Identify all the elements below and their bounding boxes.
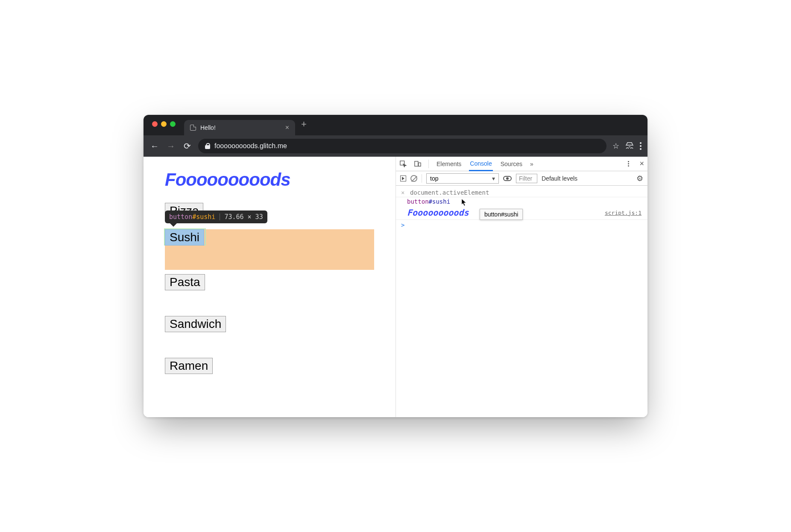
food-button-sandwich[interactable]: Sandwich: [165, 316, 226, 332]
log-levels[interactable]: Default levels: [542, 175, 577, 182]
separator: [422, 174, 422, 183]
page-icon: [190, 125, 196, 131]
browser-window: Hello! × + ← → ⟳ fooooooooods.glitch.me …: [144, 115, 647, 417]
svg-rect-1: [415, 161, 418, 166]
devtools-close-icon[interactable]: ×: [639, 159, 644, 168]
tab-elements[interactable]: Elements: [436, 158, 462, 170]
content-area: Fooooooooods Pizza button#sushi 73.66 × …: [144, 157, 647, 417]
window-controls: [152, 121, 176, 127]
reload-button[interactable]: ⟳: [182, 141, 192, 151]
console-log: × document.activeElement button#sushi bu…: [396, 186, 647, 417]
devtools-tabs: Elements Console Sources » ×: [396, 157, 647, 171]
bookmark-icon[interactable]: ☆: [612, 141, 619, 151]
result-tag: button: [407, 198, 429, 205]
lock-icon: [205, 143, 210, 149]
inspect-element-icon[interactable]: [399, 160, 407, 168]
devtools-menu-icon[interactable]: [628, 161, 629, 167]
separator: [428, 160, 429, 168]
mouse-cursor-icon: [461, 199, 467, 206]
tab-strip: Hello! × +: [144, 115, 647, 135]
webpage: Fooooooooods Pizza button#sushi 73.66 × …: [144, 157, 396, 417]
clear-console-icon[interactable]: [410, 175, 417, 182]
page-heading: Fooooooooods: [165, 170, 374, 190]
highlighted-element-wrap: button#sushi 73.66 × 33 Sushi: [165, 229, 374, 270]
svg-rect-2: [419, 163, 421, 166]
device-toggle-icon[interactable]: [414, 160, 422, 168]
margin-highlight: Sushi: [165, 229, 374, 270]
console-prompt[interactable]: >: [396, 220, 647, 230]
new-tab-button[interactable]: +: [295, 119, 313, 130]
source-link[interactable]: script.js:1: [605, 210, 642, 216]
info-text: Fooooooooods: [407, 208, 469, 218]
minimize-window-button[interactable]: [161, 121, 167, 127]
more-tabs-icon[interactable]: »: [530, 161, 533, 167]
incognito-icon[interactable]: [625, 142, 634, 151]
inspect-tooltip: button#sushi 73.66 × 33: [165, 210, 267, 223]
food-button-sushi[interactable]: Sushi: [165, 229, 204, 246]
back-button[interactable]: ←: [149, 141, 160, 151]
tab-console[interactable]: Console: [469, 157, 492, 171]
console-settings-icon[interactable]: ⚙: [636, 174, 643, 183]
tooltip-dimensions: 73.66 × 33: [224, 213, 263, 221]
console-result-row[interactable]: button#sushi: [396, 197, 647, 206]
browser-tab[interactable]: Hello! ×: [184, 120, 295, 135]
live-expression-icon[interactable]: [503, 176, 512, 181]
close-window-button[interactable]: [152, 121, 158, 127]
food-button-pasta[interactable]: Pasta: [165, 274, 205, 290]
url-text: fooooooooods.glitch.me: [214, 142, 287, 150]
tooltip-tag: button: [169, 213, 192, 221]
browser-menu-icon[interactable]: [640, 142, 642, 150]
tab-title: Hello!: [200, 124, 216, 131]
food-button-ramen[interactable]: Ramen: [165, 358, 213, 374]
input-expression: document.activeElement: [410, 189, 489, 196]
execute-icon[interactable]: [400, 175, 406, 181]
close-tab-icon[interactable]: ×: [285, 124, 289, 132]
devtools-panel: Elements Console Sources » × top Filter …: [396, 157, 647, 417]
console-toolbar: top Filter Default levels ⚙: [396, 171, 647, 186]
result-id: #sushi: [429, 198, 451, 205]
context-value: top: [430, 175, 438, 182]
maximize-window-button[interactable]: [170, 121, 176, 127]
address-bar[interactable]: fooooooooods.glitch.me: [198, 139, 606, 153]
forward-button[interactable]: →: [166, 141, 176, 151]
browser-toolbar: ← → ⟳ fooooooooods.glitch.me ☆: [144, 135, 647, 157]
element-hover-tooltip: button#sushi: [480, 209, 523, 220]
context-selector[interactable]: top: [426, 173, 499, 184]
tooltip-divider: [220, 213, 220, 220]
tab-sources[interactable]: Sources: [500, 158, 523, 170]
dismiss-icon[interactable]: ×: [401, 189, 404, 196]
console-input-row: × document.activeElement: [396, 188, 647, 197]
filter-input[interactable]: Filter: [516, 174, 537, 183]
tooltip-id: #sushi: [192, 213, 215, 221]
